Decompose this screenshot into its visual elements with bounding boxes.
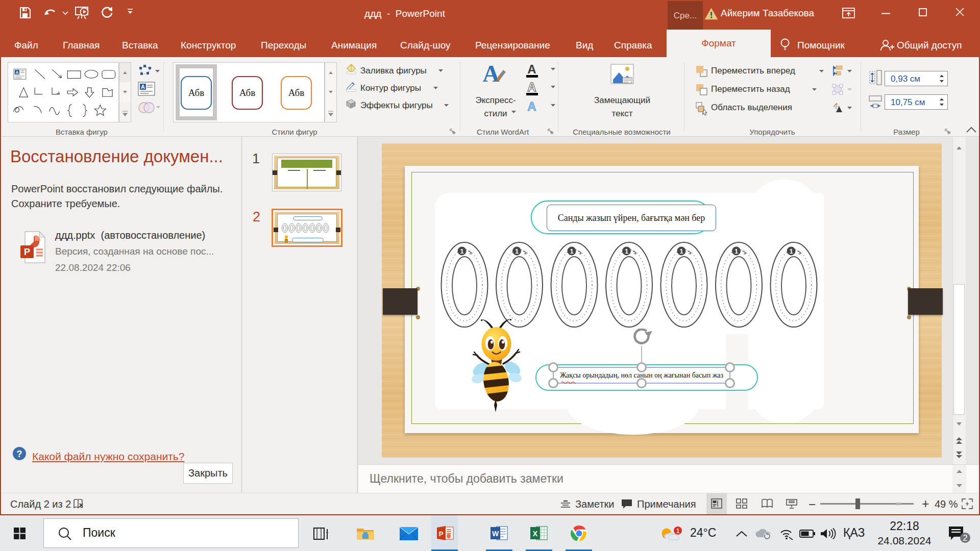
svg-text:Абв: Абв — [188, 87, 204, 98]
svg-text:1: 1 — [676, 527, 679, 535]
svg-text:A: A — [141, 84, 145, 90]
svg-text:P: P — [439, 530, 444, 538]
svg-text:?: ? — [17, 449, 22, 459]
svg-text:А: А — [527, 62, 536, 76]
svg-text:P: P — [24, 247, 30, 257]
svg-text:А: А — [527, 99, 536, 113]
svg-text:Абв: Абв — [288, 87, 304, 98]
svg-text:X: X — [533, 530, 538, 538]
svg-text:А: А — [483, 61, 500, 87]
svg-text:A: A — [15, 70, 18, 75]
svg-text:А: А — [527, 80, 536, 94]
svg-text:2: 2 — [963, 533, 967, 543]
svg-text:Абв: Абв — [239, 87, 255, 98]
svg-text:W: W — [492, 530, 499, 538]
